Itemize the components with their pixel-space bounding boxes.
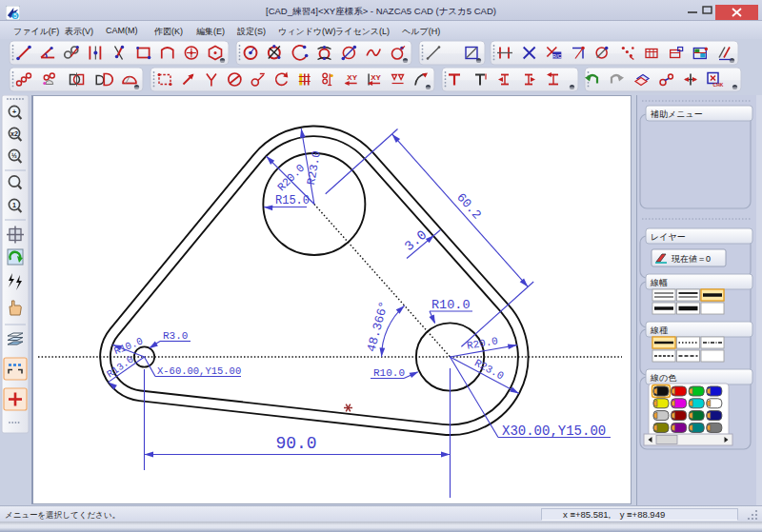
- svg-text:R3.0: R3.0: [163, 330, 188, 342]
- svg-text:XY: XY: [371, 73, 381, 82]
- svg-text:R15.0: R15.0: [275, 194, 310, 207]
- svg-text:線種: 線種: [650, 325, 669, 335]
- svg-text:R10.0: R10.0: [431, 298, 471, 312]
- svg-text:+: +: [12, 108, 16, 115]
- svg-text:補助メニュー: 補助メニュー: [650, 109, 703, 119]
- svg-text:X30.00,Y15.00: X30.00,Y15.00: [502, 424, 606, 439]
- svg-text:R23.0: R23.0: [305, 150, 324, 187]
- svg-text:CHK: CHK: [713, 82, 724, 88]
- svg-text:線幅: 線幅: [650, 278, 668, 287]
- svg-text:レイヤー: レイヤー: [651, 232, 686, 242]
- svg-text:XY: XY: [347, 73, 357, 82]
- svg-text:48.366°: 48.366°: [364, 300, 391, 354]
- svg-text:R/C: R/C: [552, 53, 562, 59]
- svg-text:X-60.00,Y15.00: X-60.00,Y15.00: [157, 365, 241, 377]
- svg-text:線の色: 線の色: [650, 373, 677, 383]
- svg-text:60.2: 60.2: [453, 190, 484, 222]
- svg-text:現在値＝0: 現在値＝0: [672, 254, 711, 264]
- svg-text:90.0: 90.0: [275, 434, 316, 453]
- svg-text:x2: x2: [10, 130, 18, 137]
- svg-text:3.0: 3.0: [402, 227, 431, 254]
- svg-text:R10.0: R10.0: [373, 367, 405, 379]
- svg-text:1: 1: [12, 202, 16, 208]
- svg-text:½: ½: [11, 152, 17, 159]
- svg-text:R13.0: R13.0: [105, 354, 136, 381]
